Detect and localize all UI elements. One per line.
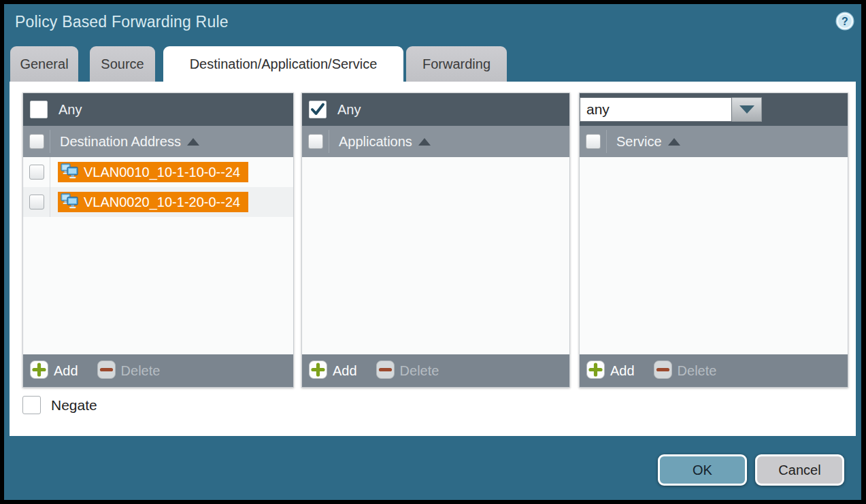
table-row: VLAN0020_10-1-20-0--24 bbox=[23, 187, 293, 217]
checkmark-icon bbox=[310, 102, 325, 117]
service-type-value[interactable]: any bbox=[580, 97, 732, 122]
destination-address-sort-header[interactable]: Destination Address bbox=[60, 134, 199, 150]
applications-any-label: Any bbox=[337, 102, 361, 118]
tab-content-panel: Any Destination Address bbox=[10, 82, 856, 436]
address-object-label: VLAN0010_10-1-10-0--24 bbox=[84, 165, 240, 180]
add-icon bbox=[309, 360, 327, 382]
cancel-button[interactable]: Cancel bbox=[755, 454, 844, 486]
add-service-button[interactable]: Add bbox=[586, 360, 635, 382]
destination-address-header-label: Destination Address bbox=[60, 134, 181, 150]
add-label: Add bbox=[333, 363, 357, 379]
address-object-icon bbox=[61, 192, 79, 212]
tab-general[interactable]: General bbox=[10, 46, 78, 82]
address-object-label: VLAN0020_10-1-20-0--24 bbox=[84, 195, 240, 210]
delete-application-button[interactable]: Delete bbox=[376, 360, 439, 382]
address-object-icon bbox=[61, 163, 79, 182]
delete-label: Delete bbox=[678, 363, 717, 379]
delete-icon bbox=[654, 360, 672, 382]
header-divider bbox=[329, 130, 329, 153]
applications-list bbox=[302, 157, 569, 354]
tab-forwarding[interactable]: Forwarding bbox=[406, 46, 507, 82]
delete-label: Delete bbox=[121, 363, 161, 379]
service-toolbar: Add Delete bbox=[580, 354, 848, 387]
help-icon[interactable]: ? bbox=[835, 12, 854, 31]
sort-ascending-icon bbox=[187, 138, 199, 146]
add-destination-button[interactable]: Add bbox=[30, 360, 78, 382]
row-checkbox-vlan0010[interactable] bbox=[29, 165, 44, 180]
svg-text:?: ? bbox=[842, 16, 848, 27]
dropdown-button[interactable] bbox=[732, 97, 762, 122]
delete-label: Delete bbox=[400, 363, 439, 379]
tab-source[interactable]: Source bbox=[90, 46, 155, 82]
row-checkbox-cell bbox=[23, 157, 50, 187]
applications-any-checkbox[interactable] bbox=[309, 101, 327, 118]
add-icon bbox=[30, 360, 48, 382]
service-column: any Service bbox=[579, 93, 848, 388]
negate-checkbox[interactable] bbox=[22, 396, 41, 414]
delete-service-button[interactable]: Delete bbox=[654, 360, 717, 382]
row-checkbox-cell bbox=[23, 187, 50, 217]
tab-bar: General Source Destination/Application/S… bbox=[10, 46, 507, 82]
delete-destination-button[interactable]: Delete bbox=[97, 360, 161, 382]
chevron-down-icon bbox=[739, 105, 754, 114]
destination-address-header: Destination Address bbox=[23, 126, 293, 157]
applications-select-all-checkbox[interactable] bbox=[308, 134, 323, 149]
service-select-all-checkbox[interactable] bbox=[586, 134, 601, 149]
ok-button[interactable]: OK bbox=[658, 454, 747, 486]
destination-address-list: VLAN0010_10-1-10-0--24 bbox=[23, 157, 293, 354]
applications-column: Any Applications bbox=[301, 93, 570, 388]
negate-row: Negate bbox=[22, 396, 97, 414]
add-icon bbox=[586, 360, 605, 382]
sort-ascending-icon bbox=[668, 138, 680, 146]
add-label: Add bbox=[54, 363, 78, 379]
header-divider bbox=[606, 130, 607, 153]
destination-toolbar: Add Delete bbox=[23, 354, 293, 387]
address-object-vlan0020[interactable]: VLAN0020_10-1-20-0--24 bbox=[58, 192, 248, 212]
dialog-title: Policy Based Forwarding Rule bbox=[15, 13, 229, 31]
negate-label: Negate bbox=[51, 397, 97, 414]
service-sort-header[interactable]: Service bbox=[616, 134, 680, 150]
add-label: Add bbox=[610, 363, 635, 379]
applications-toolbar: Add Delete bbox=[302, 354, 569, 387]
destination-select-all-checkbox[interactable] bbox=[29, 134, 44, 149]
row-checkbox-vlan0020[interactable] bbox=[29, 195, 44, 209]
policy-based-forwarding-dialog: Policy Based Forwarding Rule ? General S… bbox=[4, 4, 861, 500]
address-object-vlan0010[interactable]: VLAN0010_10-1-10-0--24 bbox=[58, 162, 248, 182]
destination-any-label: Any bbox=[59, 102, 82, 118]
destination-address-column: Any Destination Address bbox=[22, 93, 294, 388]
table-row: VLAN0010_10-1-10-0--24 bbox=[23, 157, 293, 187]
delete-icon bbox=[376, 360, 395, 382]
destination-any-checkbox[interactable] bbox=[30, 101, 48, 118]
service-list bbox=[580, 157, 848, 354]
applications-header-label: Applications bbox=[339, 134, 412, 150]
header-divider bbox=[50, 130, 50, 153]
tab-destination-application-service[interactable]: Destination/Application/Service bbox=[163, 46, 403, 82]
applications-any-bar: Any bbox=[302, 93, 569, 126]
destination-any-bar: Any bbox=[23, 93, 293, 126]
service-header: Service bbox=[580, 126, 848, 157]
service-any-bar: any bbox=[580, 93, 848, 126]
add-application-button[interactable]: Add bbox=[309, 360, 357, 382]
applications-header: Applications bbox=[302, 126, 569, 157]
applications-sort-header[interactable]: Applications bbox=[339, 134, 431, 150]
service-header-label: Service bbox=[616, 134, 662, 150]
service-type-dropdown[interactable]: any bbox=[580, 97, 762, 122]
sort-ascending-icon bbox=[418, 138, 431, 146]
delete-icon bbox=[97, 360, 116, 382]
